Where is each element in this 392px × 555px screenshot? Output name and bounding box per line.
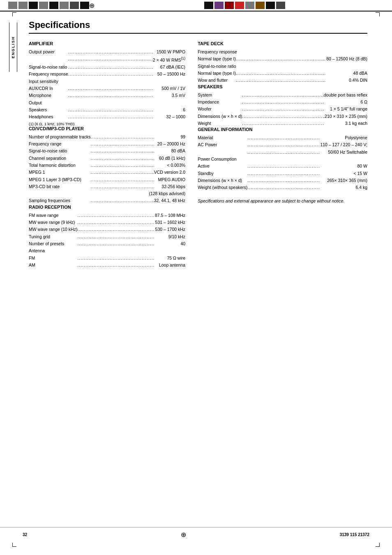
spec-value: 87.5 – 108 MHz (155, 212, 185, 219)
spec-value: 32-256 kbps (154, 183, 185, 190)
general-title: GENERAL INFORMATION (198, 127, 367, 132)
speakers-section: SPEAKERS System double port bass reflex … (198, 84, 367, 127)
table-row: Weight (without speakers) 6.4 kg (198, 184, 367, 191)
spec-label: Frequency range (29, 140, 91, 147)
table-row: Signal-to-noise ratio 80 dBA (29, 147, 185, 154)
table-row: Frequency range 20 – 20000 Hz (29, 140, 185, 147)
spec-label: Output (29, 99, 185, 106)
spec-dots (77, 212, 155, 219)
table-row: MW wave range (9 kHz) 531 – 1602 kHz (29, 219, 185, 226)
spec-label: Channel separation (29, 155, 91, 162)
spec-label: Frequency response (29, 71, 68, 78)
spec-value: 265× 310× 365 (mm) (320, 177, 367, 184)
spec-dots (91, 134, 154, 140)
table-row: Woofer 1 × 5 1/4" full range (198, 106, 367, 113)
spec-label: Normal tape (type I) (198, 55, 236, 62)
specifications-note: Specifications and external appearance a… (198, 198, 367, 205)
spec-label: MW wave range (10 kHz) (29, 226, 77, 233)
spec-value: 80 dBA (154, 147, 185, 154)
speakers-table: System double port bass reflex Impedance… (198, 92, 367, 127)
radio-table: FM wave range 87.5 – 108 MHz MW wave ran… (29, 212, 185, 269)
spec-label (198, 149, 247, 156)
spec-label: Output power (29, 48, 68, 55)
spec-dots (77, 255, 155, 262)
cd-player-table: Number of programmable tracks 99 Frequen… (29, 134, 185, 205)
top-bar-left: ⊕ (0, 0, 196, 12)
spec-label: Input sensitivity (29, 78, 185, 85)
color-block-3 (29, 2, 38, 9)
spec-dots (77, 233, 155, 240)
color-block-r3 (225, 2, 234, 9)
main-content: Specifications AMPLIFIER Output power 15… (0, 12, 392, 277)
color-block-8 (80, 2, 89, 9)
model-number: 3139 115 21372 (340, 532, 369, 537)
spec-dots (77, 262, 155, 269)
color-block-6 (60, 2, 69, 9)
spec-label: Tuning grid (29, 233, 77, 240)
table-row: AC Power 110 – 127 / 220 – 240 V; (198, 141, 367, 148)
spec-value: 80 W (320, 163, 367, 170)
table-row: Frequency response (198, 48, 367, 55)
spec-label: Speakers (29, 106, 68, 113)
spec-label: AM (29, 262, 77, 269)
table-row: Number of presets 40 (29, 240, 185, 247)
color-blocks-left (8, 2, 89, 9)
two-column-layout: AMPLIFIER Output power 1500 W PMPO 2 × 4… (29, 41, 367, 269)
spec-label: Signal-to-noise ratio (29, 64, 68, 71)
spec-label: MW wave range (9 kHz) (29, 219, 77, 226)
spec-value: Loop antenna (155, 262, 185, 269)
spec-label: FM wave range (29, 212, 77, 219)
spec-label: AUX/CDR In (29, 85, 68, 92)
page-number: 32 (23, 532, 27, 537)
spec-value: (128 kbps advised) (29, 190, 185, 197)
table-row: Input sensitivity (29, 78, 185, 85)
spec-label: Frequency response (198, 48, 367, 55)
spec-value: VCD version 2.0 (154, 169, 185, 176)
spec-label: Dimensions (w × h × d) (198, 113, 242, 120)
spec-dots (68, 106, 153, 113)
spec-label (29, 55, 68, 64)
spec-value: 99 (154, 134, 185, 140)
amplifier-section: AMPLIFIER Output power 1500 W PMPO 2 × 4… (29, 41, 185, 126)
spec-value: 6 (153, 106, 185, 113)
color-block-1 (8, 2, 17, 9)
table-row: Power Consumption (198, 156, 367, 163)
spec-value: 67 dBA (IEC) (153, 64, 185, 71)
color-block-5 (49, 2, 58, 9)
spec-value: 32, 44.1, 48 kHz (154, 197, 185, 204)
spec-label: MP3-CD bit rate (29, 183, 91, 190)
radio-title: RADIO RECEPTION (29, 205, 185, 210)
spec-value: 50/60 Hz Switchable (320, 149, 367, 156)
bottom-bar: 32 ⊕ 3139 115 21372 (0, 527, 392, 539)
table-row: 50/60 Hz Switchable (198, 149, 367, 156)
spec-label: Total harmonic distortion (29, 162, 91, 169)
spec-dots (247, 177, 320, 184)
spec-label: Sampling frequencies (29, 197, 91, 204)
table-row: (128 kbps advised) (29, 190, 185, 197)
spec-label: Microphone (29, 92, 68, 99)
spec-dots (236, 77, 326, 84)
radio-section: RADIO RECEPTION FM wave range 87.5 – 108… (29, 205, 185, 269)
spec-label: Material (198, 134, 247, 141)
spec-label: Headphones (29, 113, 68, 120)
spec-value: 1500 W PMPO (153, 48, 185, 55)
spec-dots (91, 197, 154, 204)
table-row: Output (29, 99, 185, 106)
spec-dots (68, 48, 153, 55)
spec-dots (68, 85, 153, 92)
amplifier-footnote: (1) (6 Ω, 1 kHz, 10% THD) (29, 122, 185, 126)
spec-label: MPEG 1 Layer 3 (MP3-CD) (29, 176, 91, 183)
spec-label: Power Consumption (198, 156, 367, 163)
spec-value: 6.4 kg (320, 184, 367, 191)
page-title: Specifications (29, 20, 367, 34)
tape-deck-table: Frequency response Normal tape (type I) … (198, 48, 367, 84)
spec-label: Weight (without speakers) (198, 184, 247, 191)
general-section: GENERAL INFORMATION Material Polystyrene… (198, 127, 367, 204)
spec-dots (68, 92, 153, 99)
spec-label: Wow and flutter (198, 77, 236, 84)
color-block-4 (39, 2, 48, 9)
table-row: Active 80 W (198, 163, 367, 170)
color-block-r1 (204, 2, 213, 9)
spec-value: < 0.003% (154, 162, 185, 169)
table-row: Total harmonic distortion < 0.003% (29, 162, 185, 169)
